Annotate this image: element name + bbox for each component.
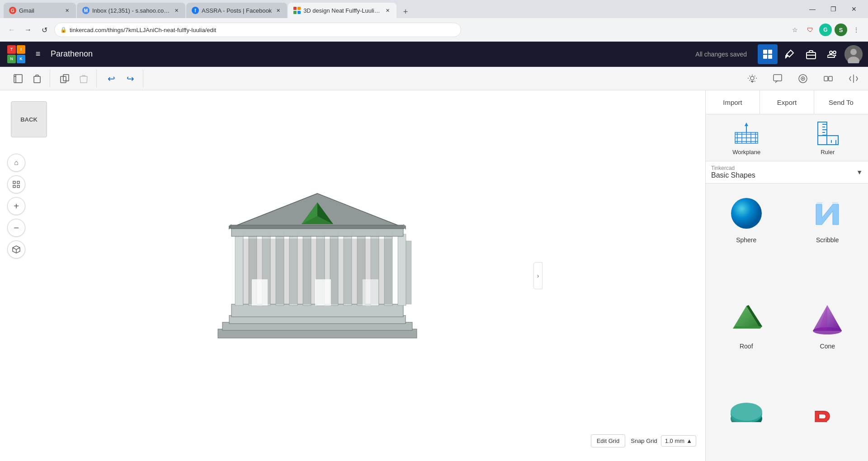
ruler-icon: [814, 120, 841, 147]
forward-nav-button[interactable]: →: [22, 24, 34, 36]
svg-text:R: R: [814, 406, 831, 423]
pickaxe-button[interactable]: [779, 44, 799, 64]
tab-facebook-close[interactable]: ✕: [274, 7, 282, 14]
undo-button[interactable]: ↩: [102, 70, 120, 88]
delete-button[interactable]: [75, 70, 93, 88]
toolbar-group-history: ↩ ↪: [99, 70, 143, 88]
svg-rect-7: [768, 55, 772, 59]
maximize-button[interactable]: ❐: [823, 2, 844, 16]
menu-button[interactable]: ⋮: [850, 24, 863, 36]
back-nav-button[interactable]: ←: [5, 24, 18, 36]
link-button[interactable]: [819, 70, 837, 88]
mirror-button[interactable]: [844, 70, 863, 88]
tab-tinkercad[interactable]: 3D design Neat Fulffy-Luulia | Ti... ✕: [288, 3, 396, 18]
paste-button[interactable]: [28, 70, 46, 88]
bookmark-button[interactable]: ☆: [788, 24, 801, 36]
tab-gmail-close[interactable]: ✕: [63, 7, 71, 14]
shape-red[interactable]: R: [787, 395, 868, 423]
zoom-out-button[interactable]: −: [7, 219, 25, 237]
address-text: tinkercad.com/things/7kmLLJAniCh-neat-fu…: [70, 27, 216, 33]
shape-scribble[interactable]: Scribble: [787, 183, 868, 290]
roof-label: Roof: [740, 343, 753, 350]
project-name[interactable]: Parathenon: [51, 49, 93, 59]
add-user-button[interactable]: [823, 44, 843, 64]
close-button[interactable]: ✕: [844, 2, 864, 16]
scribble-icon: [807, 193, 848, 234]
tinkercad-logo[interactable]: T I N K: [5, 43, 27, 65]
shapes-dropdown[interactable]: Tinkercad Basic Shapes ▼: [706, 161, 868, 183]
toolbar-group-file: [5, 70, 50, 88]
logo-k: K: [17, 55, 25, 63]
fit-view-button[interactable]: [7, 175, 25, 193]
svg-rect-66: [315, 279, 331, 306]
browser-chrome: G Gmail ✕ M Inbox (12,351) - s.sahoo.co@…: [0, 0, 868, 42]
send-to-button[interactable]: Send To: [814, 90, 868, 114]
tab-tinkercad-close[interactable]: ✕: [384, 7, 391, 14]
toolbar-right: [743, 70, 863, 88]
menu-hamburger-button[interactable]: ≡: [31, 47, 45, 61]
tab-gmail[interactable]: G Gmail ✕: [4, 3, 76, 18]
shape-sphere[interactable]: Sphere: [706, 183, 787, 290]
collapse-panel-button[interactable]: ›: [533, 262, 542, 289]
scribble-label: Scribble: [816, 236, 839, 244]
new-tab-button[interactable]: +: [399, 5, 412, 18]
shape-roof[interactable]: Roof: [706, 290, 787, 396]
home-view-button[interactable]: ⌂: [7, 154, 25, 172]
shapes-grid: Sphere: [706, 183, 868, 461]
user-avatar-large[interactable]: [844, 45, 863, 63]
cone-icon: [807, 299, 848, 340]
shape-teal[interactable]: [706, 395, 787, 423]
tinkercad-app: T I N K ≡ Parathenon All changes saved: [0, 42, 868, 461]
import-button[interactable]: Import: [706, 90, 760, 114]
saved-status: All changes saved: [695, 51, 747, 58]
shape-cone[interactable]: Cone: [787, 290, 868, 396]
workplane-label: Workplane: [732, 149, 760, 155]
copy-button[interactable]: [56, 70, 74, 88]
toolbar-group-edit: [52, 70, 97, 88]
lock-icon: 🔒: [60, 27, 67, 33]
edit-grid-button[interactable]: Edit Grid: [591, 434, 626, 447]
snap-button[interactable]: [794, 70, 812, 88]
tab-facebook[interactable]: f ASSRA - Posts | Facebook ✕: [186, 3, 287, 18]
zoom-in-button[interactable]: +: [7, 197, 25, 215]
export-label: Export: [777, 99, 797, 106]
light-button[interactable]: [743, 70, 761, 88]
grid-view-button[interactable]: [758, 44, 778, 64]
back-button[interactable]: BACK: [11, 101, 47, 137]
workplane-icon: [733, 120, 760, 147]
svg-rect-13: [14, 75, 22, 83]
workplane-tool[interactable]: Workplane: [732, 120, 760, 155]
minimize-button[interactable]: —: [802, 2, 823, 16]
svg-rect-65: [252, 279, 268, 306]
svg-rect-52: [231, 225, 404, 229]
svg-rect-28: [17, 185, 19, 188]
view-cube-button[interactable]: [7, 240, 25, 259]
briefcase-button[interactable]: [801, 44, 821, 64]
export-button[interactable]: Export: [760, 90, 814, 114]
comment-button[interactable]: [769, 70, 787, 88]
reload-button[interactable]: ↺: [38, 24, 51, 36]
panel-tools: Workplane: [706, 114, 868, 161]
facebook-favicon: f: [192, 7, 199, 14]
new-object-button[interactable]: [9, 70, 27, 88]
address-input[interactable]: 🔒 tinkercad.com/things/7kmLLJAniCh-neat-…: [54, 23, 461, 37]
profile-avatar[interactable]: S: [835, 24, 847, 36]
extension-button[interactable]: 🛡: [804, 24, 816, 36]
tab-inbox[interactable]: M Inbox (12,351) - s.sahoo.co@gm... ✕: [77, 3, 185, 18]
ruler-tool[interactable]: Ruler: [814, 120, 841, 155]
snap-grid-label: Snap Grid: [631, 437, 657, 444]
toolbar: ↩ ↪: [0, 67, 868, 90]
viewport[interactable]: BACK ⌂ + −: [0, 90, 705, 461]
tab-inbox-close[interactable]: ✕: [173, 7, 180, 14]
red-icon: R: [807, 405, 848, 423]
gmail-favicon: G: [9, 7, 16, 14]
svg-marker-81: [745, 122, 748, 126]
snap-value-selector[interactable]: 1.0 mm ▲: [661, 435, 696, 447]
redo-button[interactable]: ↪: [121, 70, 139, 88]
right-panel: Import Export Send To: [705, 90, 868, 461]
svg-rect-18: [774, 75, 782, 81]
svg-marker-98: [733, 326, 762, 329]
svg-marker-93: [816, 204, 839, 225]
grammarly-button[interactable]: G: [819, 24, 832, 36]
dropdown-arrow-icon[interactable]: ▼: [856, 169, 863, 176]
